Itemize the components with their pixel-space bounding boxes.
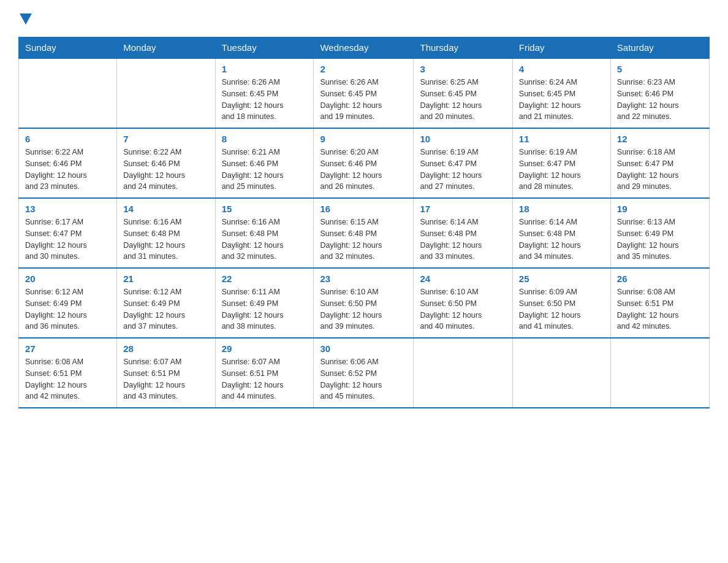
calendar-header-friday: Friday bbox=[512, 37, 610, 59]
day-info: Sunrise: 6:20 AM Sunset: 6:46 PM Dayligh… bbox=[320, 147, 407, 193]
calendar-cell: 7Sunrise: 6:22 AM Sunset: 6:46 PM Daylig… bbox=[117, 128, 215, 198]
calendar-header-saturday: Saturday bbox=[610, 37, 709, 59]
day-number: 11 bbox=[519, 134, 604, 144]
calendar-cell: 26Sunrise: 6:08 AM Sunset: 6:51 PM Dayli… bbox=[610, 268, 709, 338]
calendar-week-row: 6Sunrise: 6:22 AM Sunset: 6:46 PM Daylig… bbox=[19, 128, 710, 198]
day-number: 19 bbox=[617, 204, 703, 214]
day-number: 10 bbox=[420, 134, 506, 144]
calendar-cell: 17Sunrise: 6:14 AM Sunset: 6:48 PM Dayli… bbox=[414, 198, 512, 268]
day-info: Sunrise: 6:14 AM Sunset: 6:48 PM Dayligh… bbox=[519, 216, 604, 262]
calendar-cell: 15Sunrise: 6:16 AM Sunset: 6:48 PM Dayli… bbox=[215, 198, 314, 268]
day-number: 29 bbox=[222, 343, 308, 354]
calendar-week-row: 1Sunrise: 6:26 AM Sunset: 6:45 PM Daylig… bbox=[19, 58, 710, 128]
day-number: 22 bbox=[222, 274, 308, 284]
day-number: 8 bbox=[222, 134, 308, 144]
calendar-cell: 8Sunrise: 6:21 AM Sunset: 6:46 PM Daylig… bbox=[215, 128, 314, 198]
day-info: Sunrise: 6:17 AM Sunset: 6:47 PM Dayligh… bbox=[25, 216, 110, 262]
day-number: 6 bbox=[25, 134, 110, 144]
calendar-cell: 20Sunrise: 6:12 AM Sunset: 6:49 PM Dayli… bbox=[19, 268, 117, 338]
day-number: 20 bbox=[25, 274, 110, 284]
day-number: 26 bbox=[617, 274, 703, 284]
day-info: Sunrise: 6:19 AM Sunset: 6:47 PM Dayligh… bbox=[420, 147, 506, 193]
calendar-cell: 23Sunrise: 6:10 AM Sunset: 6:50 PM Dayli… bbox=[314, 268, 414, 338]
day-info: Sunrise: 6:26 AM Sunset: 6:45 PM Dayligh… bbox=[222, 77, 308, 123]
day-number: 18 bbox=[519, 204, 604, 214]
day-number: 4 bbox=[519, 64, 604, 74]
calendar-cell: 13Sunrise: 6:17 AM Sunset: 6:47 PM Dayli… bbox=[19, 198, 117, 268]
calendar-cell bbox=[512, 338, 610, 408]
calendar-cell: 29Sunrise: 6:07 AM Sunset: 6:51 PM Dayli… bbox=[215, 338, 314, 408]
day-info: Sunrise: 6:07 AM Sunset: 6:51 PM Dayligh… bbox=[123, 356, 208, 402]
day-number: 27 bbox=[25, 343, 110, 354]
logo-arrow-icon bbox=[20, 13, 32, 25]
calendar-header-wednesday: Wednesday bbox=[314, 37, 414, 59]
day-info: Sunrise: 6:26 AM Sunset: 6:45 PM Dayligh… bbox=[320, 77, 407, 123]
calendar-cell: 4Sunrise: 6:24 AM Sunset: 6:45 PM Daylig… bbox=[512, 58, 610, 128]
calendar-cell: 27Sunrise: 6:08 AM Sunset: 6:51 PM Dayli… bbox=[19, 338, 117, 408]
calendar-header-monday: Monday bbox=[117, 37, 215, 59]
day-info: Sunrise: 6:22 AM Sunset: 6:46 PM Dayligh… bbox=[25, 147, 110, 193]
calendar-header-tuesday: Tuesday bbox=[215, 37, 314, 59]
calendar-cell: 16Sunrise: 6:15 AM Sunset: 6:48 PM Dayli… bbox=[314, 198, 414, 268]
calendar-week-row: 27Sunrise: 6:08 AM Sunset: 6:51 PM Dayli… bbox=[19, 338, 710, 408]
calendar-header-thursday: Thursday bbox=[414, 37, 512, 59]
calendar-cell bbox=[117, 58, 215, 128]
calendar-cell: 5Sunrise: 6:23 AM Sunset: 6:46 PM Daylig… bbox=[610, 58, 709, 128]
day-number: 3 bbox=[420, 64, 506, 74]
day-number: 24 bbox=[420, 274, 506, 284]
calendar-week-row: 20Sunrise: 6:12 AM Sunset: 6:49 PM Dayli… bbox=[19, 268, 710, 338]
day-number: 30 bbox=[320, 343, 407, 354]
calendar-cell bbox=[610, 338, 709, 408]
day-number: 1 bbox=[222, 64, 308, 74]
calendar-cell: 22Sunrise: 6:11 AM Sunset: 6:49 PM Dayli… bbox=[215, 268, 314, 338]
calendar-cell: 19Sunrise: 6:13 AM Sunset: 6:49 PM Dayli… bbox=[610, 198, 709, 268]
day-info: Sunrise: 6:08 AM Sunset: 6:51 PM Dayligh… bbox=[617, 286, 703, 332]
calendar-week-row: 13Sunrise: 6:17 AM Sunset: 6:47 PM Dayli… bbox=[19, 198, 710, 268]
day-info: Sunrise: 6:14 AM Sunset: 6:48 PM Dayligh… bbox=[420, 216, 506, 262]
day-info: Sunrise: 6:06 AM Sunset: 6:52 PM Dayligh… bbox=[320, 356, 407, 402]
day-number: 7 bbox=[123, 134, 208, 144]
calendar-cell: 21Sunrise: 6:12 AM Sunset: 6:49 PM Dayli… bbox=[117, 268, 215, 338]
day-info: Sunrise: 6:25 AM Sunset: 6:45 PM Dayligh… bbox=[420, 77, 506, 123]
day-info: Sunrise: 6:12 AM Sunset: 6:49 PM Dayligh… bbox=[25, 286, 110, 332]
day-number: 13 bbox=[25, 204, 110, 214]
calendar-cell: 14Sunrise: 6:16 AM Sunset: 6:48 PM Dayli… bbox=[117, 198, 215, 268]
day-info: Sunrise: 6:08 AM Sunset: 6:51 PM Dayligh… bbox=[25, 356, 110, 402]
day-number: 15 bbox=[222, 204, 308, 214]
day-info: Sunrise: 6:13 AM Sunset: 6:49 PM Dayligh… bbox=[617, 216, 703, 262]
day-info: Sunrise: 6:23 AM Sunset: 6:46 PM Dayligh… bbox=[617, 77, 703, 123]
calendar-cell: 28Sunrise: 6:07 AM Sunset: 6:51 PM Dayli… bbox=[117, 338, 215, 408]
day-number: 28 bbox=[123, 343, 208, 354]
calendar-cell bbox=[414, 338, 512, 408]
day-info: Sunrise: 6:09 AM Sunset: 6:50 PM Dayligh… bbox=[519, 286, 604, 332]
logo bbox=[18, 12, 32, 25]
day-info: Sunrise: 6:21 AM Sunset: 6:46 PM Dayligh… bbox=[222, 147, 308, 193]
calendar-cell: 6Sunrise: 6:22 AM Sunset: 6:46 PM Daylig… bbox=[19, 128, 117, 198]
calendar-cell: 3Sunrise: 6:25 AM Sunset: 6:45 PM Daylig… bbox=[414, 58, 512, 128]
day-number: 23 bbox=[320, 274, 407, 284]
calendar-cell: 18Sunrise: 6:14 AM Sunset: 6:48 PM Dayli… bbox=[512, 198, 610, 268]
day-info: Sunrise: 6:07 AM Sunset: 6:51 PM Dayligh… bbox=[222, 356, 308, 402]
calendar-cell: 12Sunrise: 6:18 AM Sunset: 6:47 PM Dayli… bbox=[610, 128, 709, 198]
calendar-table: SundayMondayTuesdayWednesdayThursdayFrid… bbox=[18, 37, 710, 408]
calendar-header-row: SundayMondayTuesdayWednesdayThursdayFrid… bbox=[19, 37, 710, 59]
day-info: Sunrise: 6:18 AM Sunset: 6:47 PM Dayligh… bbox=[617, 147, 703, 193]
calendar-cell: 2Sunrise: 6:26 AM Sunset: 6:45 PM Daylig… bbox=[314, 58, 414, 128]
day-number: 14 bbox=[123, 204, 208, 214]
day-info: Sunrise: 6:24 AM Sunset: 6:45 PM Dayligh… bbox=[519, 77, 604, 123]
calendar-cell: 10Sunrise: 6:19 AM Sunset: 6:47 PM Dayli… bbox=[414, 128, 512, 198]
calendar-cell: 9Sunrise: 6:20 AM Sunset: 6:46 PM Daylig… bbox=[314, 128, 414, 198]
day-info: Sunrise: 6:11 AM Sunset: 6:49 PM Dayligh… bbox=[222, 286, 308, 332]
day-number: 9 bbox=[320, 134, 407, 144]
page-header bbox=[18, 12, 710, 25]
day-info: Sunrise: 6:10 AM Sunset: 6:50 PM Dayligh… bbox=[320, 286, 407, 332]
day-info: Sunrise: 6:16 AM Sunset: 6:48 PM Dayligh… bbox=[123, 216, 208, 262]
day-info: Sunrise: 6:19 AM Sunset: 6:47 PM Dayligh… bbox=[519, 147, 604, 193]
svg-marker-0 bbox=[20, 13, 32, 25]
day-number: 5 bbox=[617, 64, 703, 74]
day-number: 2 bbox=[320, 64, 407, 74]
calendar-cell bbox=[19, 58, 117, 128]
day-number: 21 bbox=[123, 274, 208, 284]
day-info: Sunrise: 6:15 AM Sunset: 6:48 PM Dayligh… bbox=[320, 216, 407, 262]
calendar-cell: 24Sunrise: 6:10 AM Sunset: 6:50 PM Dayli… bbox=[414, 268, 512, 338]
